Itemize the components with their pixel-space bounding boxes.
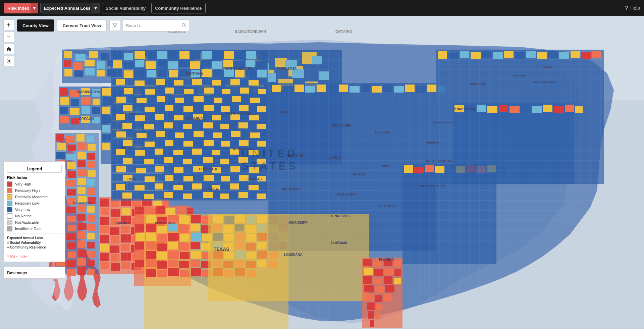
svg-rect-43 [64,51,72,58]
legend-label-very-low: Very Low [15,208,30,212]
svg-text:ILLINOIS: ILLINOIS [327,156,341,159]
risk-index-label: Risk Index [7,6,29,11]
svg-point-722 [8,60,10,62]
svg-rect-416 [240,88,249,94]
svg-rect-382 [202,69,212,77]
svg-rect-549 [375,295,382,302]
svg-rect-457 [250,132,260,138]
home-button[interactable] [3,44,14,54]
svg-rect-477 [183,159,192,164]
svg-rect-590 [521,105,530,112]
svg-rect-195 [121,226,129,233]
svg-text:WYOMING: WYOMING [186,117,203,121]
legend-item-relatively-high: Relatively High [7,188,62,193]
svg-rect-140 [67,269,76,276]
svg-rect-206 [110,245,119,253]
svg-rect-560 [471,52,481,59]
svg-rect-538 [374,269,383,276]
svg-rect-467 [135,150,145,156]
svg-rect-434 [116,114,125,120]
svg-rect-299 [157,243,167,251]
svg-rect-350 [157,51,167,59]
census-tract-button[interactable]: Census Tract View [57,19,107,32]
legend-note-eal: Expected Annual Loss [7,236,43,240]
svg-rect-68 [60,107,68,114]
svg-rect-521 [339,85,348,92]
eal-dropdown-arrow[interactable]: ▼ [92,3,100,13]
svg-text:IOWA: IOWA [279,110,288,114]
map-container[interactable]: ALBERTA SASKATCHEWAN ONTARIO WASHINGTON … [0,16,644,329]
svg-rect-88 [66,154,76,160]
svg-text:COLORADO: COLORADO [199,167,219,171]
svg-rect-456 [231,131,240,137]
search-icon[interactable] [181,23,186,29]
svg-rect-225 [177,206,185,214]
community-resilience-button[interactable]: Community Resilience [151,3,205,13]
svg-rect-233 [135,224,144,232]
county-view-button[interactable]: County View [17,19,54,32]
svg-rect-561 [482,51,491,58]
svg-rect-174 [111,200,119,207]
svg-rect-526 [394,86,404,93]
svg-rect-553 [368,311,374,319]
svg-rect-403 [135,80,145,86]
help-question-icon: ? [625,5,628,12]
risk-index-dropdown-arrow[interactable]: ▼ [31,3,38,13]
svg-rect-138 [87,260,95,266]
svg-rect-312 [157,252,167,260]
svg-rect-429 [183,106,193,112]
zoom-out-button[interactable]: − [3,32,14,42]
svg-rect-314 [180,252,190,259]
svg-rect-505 [249,185,259,190]
svg-rect-121 [78,223,87,230]
svg-rect-445 [183,124,192,129]
svg-rect-73 [60,116,69,123]
help-link[interactable]: Help [630,5,640,11]
svg-rect-529 [427,85,437,92]
legend-label-very-high: Very High [15,182,31,186]
svg-rect-347 [124,53,133,60]
not-applicable-color [7,220,12,225]
svg-rect-83 [57,143,66,150]
svg-rect-566 [537,52,547,59]
svg-rect-419 [137,98,147,103]
svg-rect-557 [438,51,447,59]
svg-rect-454 [194,131,204,137]
zoom-in-button[interactable]: + [3,19,14,30]
svg-rect-551 [367,303,375,310]
svg-rect-301 [179,243,189,251]
us-map-svg[interactable]: ALBERTA SASKATCHEWAN ONTARIO WASHINGTON … [0,16,644,329]
svg-rect-522 [350,86,360,93]
basemaps-panel[interactable]: Basemaps [3,267,65,279]
svg-rect-97 [78,169,87,176]
svg-rect-125 [77,231,86,239]
svg-rect-221 [135,207,144,214]
search-input[interactable] [126,23,179,28]
filter-button[interactable] [109,20,120,31]
svg-rect-500 [155,183,163,189]
svg-rect-427 [145,107,155,112]
svg-text:WASHINGTON: WASHINGTON [77,90,100,94]
svg-rect-537 [364,268,373,275]
settings-button[interactable] [3,56,14,66]
svg-rect-519 [317,85,326,92]
risk-index-button[interactable]: Risk Index ▼ [4,3,38,13]
svg-rect-428 [165,105,173,111]
settings-icon [6,58,11,64]
svg-rect-160 [102,125,110,132]
svg-text:OHIO: OHIO [382,164,389,168]
svg-rect-218 [121,262,130,269]
community-resilience-label: Community Resilience [155,6,202,11]
expected-annual-loss-button[interactable]: Expected Annual Loss ▼ [40,3,100,13]
svg-rect-100 [66,180,76,186]
svg-rect-413 [184,89,194,94]
svg-rect-254 [135,260,144,267]
legend-risk-link[interactable]: Risk Index [7,254,62,258]
social-vulnerability-button[interactable]: Social Vulnerability [102,3,149,13]
svg-rect-559 [460,51,469,58]
svg-rect-554 [375,313,380,319]
svg-rect-300 [168,242,178,249]
svg-text:UNITED: UNITED [241,147,298,159]
svg-rect-114 [87,206,95,213]
filter-icon [112,23,117,28]
